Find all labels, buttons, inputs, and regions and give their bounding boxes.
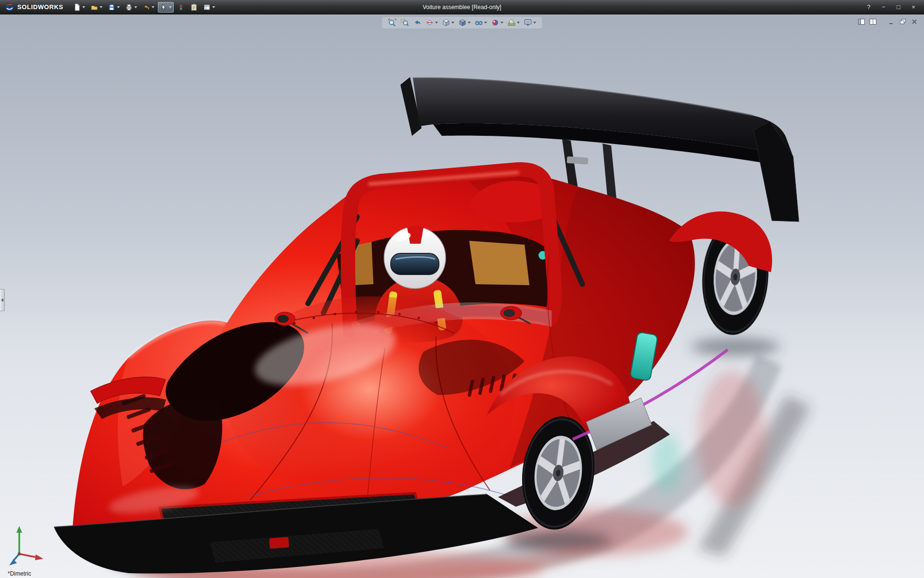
dropdown-caret — [169, 6, 172, 8]
dropdown-caret — [468, 22, 471, 24]
undo-button[interactable] — [141, 2, 156, 13]
save-button[interactable] — [106, 2, 122, 13]
apply-scene-button[interactable] — [506, 18, 521, 27]
dropdown-caret — [82, 6, 85, 8]
clipboard-icon — [190, 3, 198, 11]
dropdown-caret — [484, 22, 487, 24]
rebuild-traffic-light-icon — [177, 3, 185, 11]
view-settings-icon — [524, 18, 532, 27]
y-axis-arrow — [16, 526, 22, 533]
previous-view-icon — [413, 18, 422, 27]
zoom-to-fit-icon — [388, 18, 397, 27]
select-cursor-icon — [160, 3, 167, 11]
dropdown-caret — [152, 6, 154, 8]
zoom-to-fit-button[interactable] — [387, 18, 398, 27]
zoom-to-area-button[interactable] — [399, 18, 410, 27]
restore-document-button[interactable] — [898, 18, 908, 26]
headsup-view-toolbar — [382, 17, 542, 28]
previous-view-button[interactable] — [412, 18, 423, 27]
restore-button[interactable]: □ — [892, 2, 905, 12]
brand-name: SOLIDWORKS — [17, 3, 64, 11]
view-orientation-button[interactable] — [441, 18, 455, 27]
solidworks-window: SOLIDWORKS — [0, 0, 924, 578]
tow-hook — [269, 537, 289, 549]
3ds-logo-icon — [5, 2, 14, 12]
dropdown-caret — [100, 6, 103, 8]
close-icon — [911, 18, 918, 25]
graphics-area[interactable]: *Dimetric — [0, 14, 924, 578]
zoom-to-area-icon — [400, 18, 409, 27]
new-document-icon — [73, 3, 81, 11]
view-orientation-label: *Dimetric — [8, 570, 31, 577]
sheet-icon — [203, 3, 211, 11]
view-cube-icon — [442, 18, 450, 27]
minimize-document-button[interactable] — [886, 18, 896, 26]
dropdown-caret — [517, 22, 520, 24]
print-icon — [125, 3, 133, 11]
display-style-button[interactable] — [457, 18, 472, 27]
hide-show-items-button[interactable] — [474, 18, 488, 27]
scene-icon — [507, 18, 516, 27]
split-pane-button[interactable] — [868, 18, 878, 26]
print-button[interactable] — [123, 2, 139, 13]
section-view-button[interactable] — [424, 18, 439, 27]
dropdown-caret — [533, 22, 536, 24]
help-button[interactable]: ? — [862, 2, 875, 12]
model-3d-view[interactable] — [0, 14, 924, 578]
solidworks-logo: SOLIDWORKS — [4, 2, 69, 12]
expand-pane-arrow-icon — [1, 298, 3, 302]
options-sheet-button[interactable] — [201, 2, 217, 13]
view-settings-button[interactable] — [523, 18, 537, 27]
file-properties-button[interactable] — [188, 2, 200, 13]
show-featuremanager-pane-button[interactable] — [857, 18, 866, 26]
undo-icon — [142, 3, 150, 11]
dropdown-caret — [134, 6, 137, 8]
minimize-button[interactable]: − — [877, 2, 890, 12]
featuremanager-collapsed-tab[interactable] — [0, 289, 5, 311]
open-folder-icon — [90, 3, 98, 11]
document-window-controls — [857, 18, 919, 26]
restore-icon — [899, 18, 907, 25]
dropdown-caret — [212, 6, 215, 8]
orientation-triad — [7, 524, 47, 568]
dropdown-caret — [435, 22, 438, 24]
close-document-button[interactable] — [910, 18, 919, 26]
open-document-button[interactable] — [89, 2, 104, 13]
new-document-button[interactable] — [71, 2, 87, 13]
titlebar: SOLIDWORKS — [0, 0, 924, 14]
save-icon — [108, 3, 116, 11]
edit-appearance-button[interactable] — [490, 18, 504, 27]
window-controls: ? − □ × — [862, 2, 920, 12]
dropdown-caret — [117, 6, 120, 8]
select-button[interactable] — [158, 2, 174, 13]
appearance-ball-icon — [491, 18, 500, 27]
titlebar-toolbar — [71, 2, 217, 13]
section-view-icon — [425, 18, 434, 27]
z-axis-arrow — [9, 559, 17, 565]
display-style-icon — [458, 18, 467, 27]
minimize-icon — [887, 18, 895, 25]
dropdown-caret — [500, 22, 503, 24]
close-button[interactable]: × — [907, 2, 920, 12]
x-axis-arrow — [35, 554, 43, 560]
pane-left-icon — [858, 18, 865, 25]
glasses-icon — [475, 18, 483, 27]
pane-split-icon — [869, 18, 877, 25]
dropdown-caret — [451, 22, 454, 24]
rebuild-button[interactable] — [175, 2, 187, 13]
